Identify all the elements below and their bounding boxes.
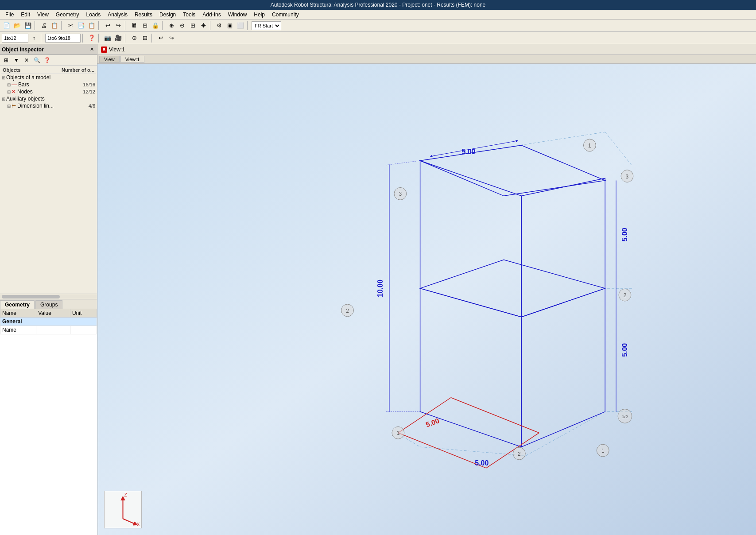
svg-text:5.00: 5.00 [621,228,628,241]
calc-button[interactable]: 🖩 [129,21,139,31]
viewport-title: View:1 [109,47,125,53]
render-button[interactable]: ▣ [225,21,235,31]
pan-button[interactable]: ✥ [198,21,208,31]
menu-edit[interactable]: Edit [17,11,34,19]
selection-input[interactable] [2,34,28,43]
tree-item-bars[interactable]: ⊞ — Bars 16/16 [1,81,96,88]
menu-window[interactable]: Window [225,11,251,19]
canvas-area[interactable]: 5.00 10.00 5.00 5.00 5.00 5.00 1 2 [97,64,756,535]
zoom-icon[interactable]: 🔍 [32,56,41,65]
new-button[interactable]: 📄 [2,21,12,31]
save-button[interactable]: 💾 [23,21,33,31]
tab-groups[interactable]: Groups [35,300,62,309]
col-value-header: Value [36,309,70,318]
tree-item-dimlines[interactable]: ⊞ ⊢ Dimension lin... 4/6 [1,102,96,109]
viewport-tabs: View View:1 [97,55,756,64]
dimlines-count: 4/6 [89,103,95,109]
main-area: Object Inspector ✕ ⊞ ▼ ✕ 🔍 ❓ Objects Num… [0,44,756,535]
menu-design[interactable]: Design [156,11,179,19]
nodes-label: Nodes [17,89,81,95]
svg-text:10.00: 10.00 [376,279,384,297]
zoom-out-button[interactable]: ⊖ [177,21,187,31]
copy-button[interactable]: 📑 [76,21,86,31]
snap-btn[interactable]: ⊙ [129,33,139,43]
expand-icon-bars: ⊞ [7,82,11,87]
help-btn[interactable]: ❓ [87,33,97,43]
menu-addins[interactable]: Add-Ins [199,11,224,19]
viewport-header: R View:1 [97,44,756,55]
menu-results[interactable]: Results [131,11,156,19]
menu-bar: File Edit View Geometry Loads Analysis R… [0,10,756,19]
filter-icon[interactable]: ▼ [12,56,21,65]
save-filter-icon[interactable]: ⊞ [2,56,11,65]
menu-tools[interactable]: Tools [179,11,199,19]
expand-icon-dim: ⊞ [7,104,11,109]
scroll-area [0,294,97,299]
svg-text:5.00: 5.00 [621,343,628,357]
menu-geometry[interactable]: Geometry [52,11,83,19]
redo-button[interactable]: ↪ [113,21,123,31]
left-panel: Object Inspector ✕ ⊞ ▼ ✕ 🔍 ❓ Objects Num… [0,44,97,535]
print-preview-button[interactable]: 📋 [50,21,59,31]
display-props-button[interactable]: ⚙ [214,21,224,31]
viewport-icon: R [101,47,107,53]
prop-name-unit [70,326,97,334]
paste-button[interactable]: 📋 [87,21,97,31]
start-dropdown[interactable]: FR Start [252,21,281,30]
axis-indicator: Z X [104,491,142,528]
select-all-btn[interactable]: ↑ [29,33,39,43]
print-button[interactable]: 🖨 [39,21,49,31]
menu-view[interactable]: View [34,11,52,19]
expand-icon-aux: ⊞ [2,97,5,101]
redo2-btn[interactable]: ↪ [167,33,176,43]
menu-file[interactable]: File [2,11,17,19]
table-button[interactable]: ⊞ [140,21,150,31]
dimlines-label: Dimension lin... [17,103,87,109]
undo2-btn[interactable]: ↩ [156,33,166,43]
lock-button[interactable]: 🔒 [151,21,160,31]
tree-item-auxiliary[interactable]: ⊞ Auxiliary objects [1,95,96,102]
expand-icon-model: ⊞ [2,75,5,80]
title-bar: Autodesk Robot Structural Analysis Profe… [0,0,756,10]
menu-analysis[interactable]: Analysis [104,11,131,19]
cut-button[interactable]: ✂ [66,21,75,31]
vp-tab-view[interactable]: View [99,56,120,63]
bars-count: 16/16 [83,82,95,87]
node-icon: ✕ [12,89,16,95]
svg-text:1: 1 [397,430,400,436]
toolbar-row2: ↑ ❓ 📷 🎥 ⊙ ⊞ ↩ ↪ [0,32,756,44]
prop-name-value[interactable] [36,326,70,334]
svg-text:1: 1 [588,143,591,149]
viewport: R View:1 View View:1 [97,44,756,535]
scroll-thumb[interactable] [2,295,60,299]
section-general: General [0,318,97,326]
structure-svg: 5.00 10.00 5.00 5.00 5.00 5.00 1 2 [97,64,756,535]
axis-svg: Z X [105,491,141,528]
tree-item-nodes[interactable]: ⊞ ✕ Nodes 12/12 [1,88,96,95]
svg-text:2: 2 [518,451,521,457]
selection2-input[interactable] [45,34,81,43]
bottom-tabs: Geometry Groups [0,299,97,309]
tree-item-model[interactable]: ⊞ Objects of a model [1,74,96,81]
menu-help[interactable]: Help [250,11,268,19]
object-tree: Objects Number of o... ⊞ Objects of a mo… [0,66,97,294]
menu-community[interactable]: Community [268,11,302,19]
tab-geometry[interactable]: Geometry [0,300,35,309]
vp-tab-view1[interactable]: View:1 [120,56,145,63]
col-objects: Objects [3,67,20,73]
open-button[interactable]: 📂 [12,21,22,31]
undo-button[interactable]: ↩ [103,21,112,31]
menu-loads[interactable]: Loads [83,11,105,19]
wireframe-button[interactable]: ⬜ [236,21,245,31]
delete-icon[interactable]: ✕ [22,56,31,65]
zoom-all-button[interactable]: ⊞ [188,21,198,31]
svg-text:X: X [137,522,140,527]
grid-btn[interactable]: ⊞ [140,33,150,43]
svg-text:2: 2 [346,308,349,314]
camera-btn[interactable]: 📷 [103,33,112,43]
close-inspector-button[interactable]: ✕ [88,46,95,53]
zoom-in-button[interactable]: ⊕ [167,21,176,31]
object-inspector-header: Object Inspector ✕ [0,44,97,55]
camera2-btn[interactable]: 🎥 [113,33,123,43]
help-icon[interactable]: ❓ [43,56,51,65]
